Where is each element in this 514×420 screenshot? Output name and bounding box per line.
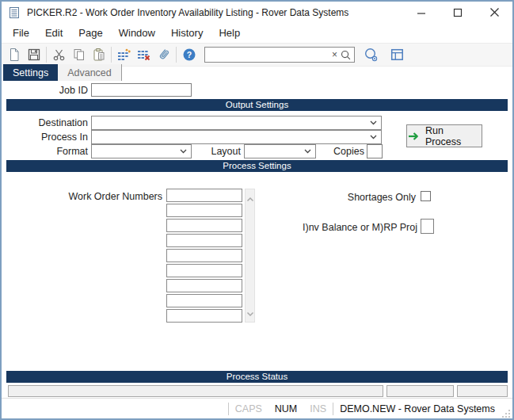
process-status-panel-mid bbox=[386, 385, 454, 397]
menu-file[interactable]: File bbox=[5, 25, 37, 41]
layout-label: Layout bbox=[192, 145, 241, 158]
job-id-label: Job ID bbox=[2, 84, 88, 97]
work-order-input-2[interactable] bbox=[166, 204, 242, 217]
menu-help[interactable]: Help bbox=[211, 25, 248, 41]
document-list-icon bbox=[8, 6, 21, 19]
work-order-input-9[interactable] bbox=[166, 309, 242, 323]
work-order-input-8[interactable] bbox=[166, 294, 242, 307]
toolbar: ? × bbox=[2, 43, 512, 67]
maximize-button[interactable] bbox=[440, 2, 476, 23]
copy-icon[interactable] bbox=[69, 45, 89, 64]
toolbar-separator bbox=[176, 47, 177, 63]
work-order-input-1[interactable] bbox=[166, 189, 242, 202]
close-button[interactable] bbox=[476, 2, 512, 23]
work-order-input-5[interactable] bbox=[166, 249, 242, 262]
destination-label: Destination bbox=[2, 116, 88, 130]
paste-icon[interactable] bbox=[89, 45, 109, 64]
process-in-label: Process In bbox=[2, 131, 88, 144]
new-document-icon[interactable] bbox=[4, 45, 24, 64]
toolbar-separator bbox=[46, 47, 47, 63]
inv-balance-input[interactable] bbox=[421, 219, 434, 234]
shortages-only-checkbox[interactable] bbox=[421, 191, 431, 201]
job-id-input[interactable] bbox=[91, 83, 192, 97]
menu-edit[interactable]: Edit bbox=[37, 25, 70, 41]
process-settings-header: Process Settings bbox=[6, 160, 508, 172]
chevron-down-icon bbox=[370, 120, 377, 125]
inv-balance-label: I)nv Balance or M)RP Proj bbox=[239, 221, 417, 235]
layout-select[interactable] bbox=[244, 144, 316, 158]
search-clear-icon[interactable]: × bbox=[329, 50, 340, 59]
destination-select[interactable] bbox=[91, 116, 382, 130]
work-order-input-4[interactable] bbox=[166, 234, 242, 247]
tab-settings[interactable]: Settings bbox=[3, 64, 58, 81]
records-delete-icon[interactable] bbox=[134, 45, 154, 64]
layout-icon[interactable] bbox=[387, 45, 407, 64]
status-bar: CAPS NUM INS DEMO.NEW - Rover Data Syste… bbox=[2, 398, 512, 418]
ins-indicator: INS bbox=[303, 403, 333, 414]
run-process-button[interactable]: Run Process bbox=[406, 124, 482, 147]
menu-page[interactable]: Page bbox=[70, 25, 110, 41]
process-in-select[interactable] bbox=[91, 130, 382, 144]
help-icon[interactable]: ? bbox=[179, 45, 199, 64]
work-order-list bbox=[166, 189, 243, 324]
app-window: PICKER.R2 - Work Order Inventory Availab… bbox=[0, 0, 514, 420]
menu-history[interactable]: History bbox=[163, 25, 211, 41]
format-label: Format bbox=[2, 145, 88, 158]
title-bar: PICKER.R2 - Work Order Inventory Availab… bbox=[2, 2, 512, 23]
chevron-down-icon bbox=[370, 135, 377, 139]
find-preview-icon[interactable] bbox=[361, 45, 381, 64]
svg-text:?: ? bbox=[186, 50, 191, 59]
work-order-input-6[interactable] bbox=[166, 264, 242, 277]
run-arrow-icon bbox=[407, 131, 420, 142]
work-order-input-3[interactable] bbox=[166, 219, 242, 232]
tab-advanced-label: Advanced bbox=[67, 67, 112, 78]
records-icon[interactable] bbox=[114, 45, 134, 64]
chevron-down-icon bbox=[180, 149, 187, 154]
tab-advanced[interactable]: Advanced bbox=[58, 64, 122, 81]
menu-bar: File Edit Page Window History Help bbox=[2, 23, 512, 43]
tab-settings-label: Settings bbox=[13, 67, 48, 78]
work-order-input-7[interactable] bbox=[166, 279, 242, 292]
num-indicator: NUM bbox=[268, 403, 303, 414]
search-input[interactable] bbox=[205, 48, 329, 62]
run-process-label: Run Process bbox=[425, 125, 482, 147]
cut-icon[interactable] bbox=[49, 45, 69, 64]
attachment-icon[interactable] bbox=[154, 45, 173, 64]
process-status-header: Process Status bbox=[6, 371, 508, 383]
work-order-scrollbar[interactable] bbox=[245, 189, 255, 323]
resize-grip[interactable] bbox=[501, 407, 511, 418]
work-order-numbers-label: Work Order Numbers bbox=[2, 190, 162, 204]
scroll-down-icon[interactable] bbox=[246, 306, 254, 320]
save-icon[interactable] bbox=[24, 45, 44, 64]
window-controls bbox=[403, 2, 512, 23]
toolbar-separator bbox=[111, 47, 112, 63]
minimize-button[interactable] bbox=[403, 2, 440, 23]
toolbar-right-group bbox=[361, 45, 407, 64]
process-status-panel-main bbox=[8, 385, 383, 397]
session-label: DEMO.NEW - Rover Data Systems bbox=[333, 403, 501, 414]
output-settings-header: Output Settings bbox=[6, 99, 508, 111]
toolbar-search: × bbox=[204, 47, 355, 63]
menu-window[interactable]: Window bbox=[111, 25, 163, 41]
shortages-only-label: Shortages Only bbox=[239, 191, 416, 204]
tab-strip: Settings Advanced bbox=[3, 64, 122, 81]
search-icon[interactable] bbox=[340, 49, 354, 61]
caps-indicator: CAPS bbox=[229, 403, 268, 414]
copies-label: Copies bbox=[310, 145, 364, 158]
process-status-panel-right bbox=[457, 385, 508, 397]
format-select[interactable] bbox=[91, 144, 192, 158]
copies-input[interactable] bbox=[367, 144, 383, 158]
window-title: PICKER.R2 - Work Order Inventory Availab… bbox=[27, 7, 348, 18]
